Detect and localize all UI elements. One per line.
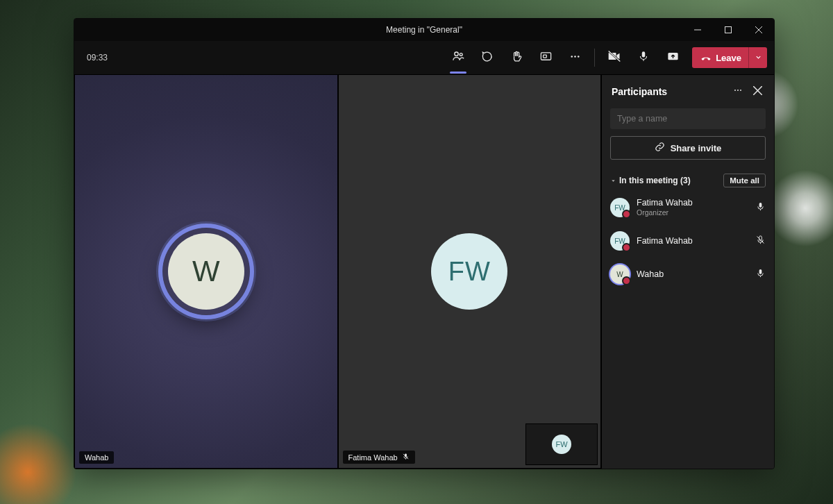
microphone-icon[interactable] <box>755 201 766 215</box>
microphone-icon <box>637 50 650 65</box>
participants-panel: Participants <box>601 75 774 469</box>
camera-button[interactable] <box>602 45 627 70</box>
mute-all-button[interactable]: Mute all <box>723 174 766 187</box>
participant-row[interactable]: FW Fatima Wahab Organizer <box>610 194 766 221</box>
microphone-icon[interactable] <box>755 268 766 281</box>
muted-icon <box>402 453 410 462</box>
maximize-button[interactable] <box>713 19 743 41</box>
participant-text: Wahab <box>637 269 664 280</box>
name-label: Fatima Wahab <box>348 453 398 462</box>
participant-row[interactable]: FW Fatima Wahab <box>610 228 766 254</box>
name-label: Wahab <box>85 453 108 462</box>
leave-label: Leave <box>716 53 741 63</box>
call-timer-value: 09:33 <box>87 53 108 62</box>
share-invite-button[interactable]: Share invite <box>610 136 766 160</box>
participant-row[interactable]: W Wahab <box>610 261 766 287</box>
link-icon <box>655 142 665 154</box>
microphone-button[interactable] <box>631 45 656 70</box>
panel-header: Participants <box>602 75 774 108</box>
participant-name: Fatima Wahab <box>637 236 693 246</box>
more-icon <box>569 50 582 66</box>
chat-button[interactable] <box>475 45 500 70</box>
window-controls <box>682 19 774 41</box>
meeting-toolbar: 09:33 <box>74 41 774 75</box>
raise-hand-icon <box>510 50 523 66</box>
participant-name: Wahab <box>637 269 664 280</box>
status-dot-busy <box>622 276 631 285</box>
panel-close-button[interactable] <box>748 82 767 101</box>
svg-point-12 <box>737 90 739 91</box>
meeting-window: Meeting in "General" 09:33 <box>74 18 775 469</box>
mute-all-label: Mute all <box>730 176 759 185</box>
close-icon <box>753 85 762 98</box>
share-screen-icon <box>666 50 680 66</box>
self-view[interactable]: FW <box>525 423 598 465</box>
panel-body: Share invite In this meeting (3) Mute al… <box>602 108 774 287</box>
svg-point-11 <box>734 90 736 91</box>
svg-rect-3 <box>541 52 550 59</box>
participant-text: Fatima Wahab Organizer <box>637 198 693 217</box>
section-label: In this meeting (3) <box>619 176 691 185</box>
svg-rect-14 <box>759 202 762 207</box>
call-timer[interactable]: 09:33 <box>81 41 113 74</box>
svg-point-1 <box>455 52 458 56</box>
svg-point-13 <box>740 90 741 91</box>
share-button[interactable] <box>660 45 685 70</box>
svg-rect-8 <box>642 51 646 57</box>
status-dot-busy <box>622 243 631 252</box>
minimize-button[interactable] <box>682 19 713 41</box>
participant-text: Fatima Wahab <box>637 236 693 246</box>
participant-avatar: FW <box>610 198 630 217</box>
svg-point-7 <box>578 56 580 58</box>
svg-point-6 <box>574 56 576 58</box>
toolbar-divider <box>594 49 595 67</box>
self-avatar: FW <box>552 435 571 454</box>
svg-rect-0 <box>725 27 732 33</box>
reactions-button[interactable] <box>504 45 529 70</box>
video-tile-fatima[interactable]: FW Fatima Wahab FW <box>338 75 602 469</box>
panel-title: Participants <box>612 86 667 97</box>
name-badge-wahab: Wahab <box>79 451 114 464</box>
search-input[interactable] <box>610 108 766 129</box>
share-invite-label: Share invite <box>671 143 722 153</box>
svg-point-2 <box>460 53 462 56</box>
microphone-muted-icon[interactable] <box>755 235 766 248</box>
avatar-initials: FW <box>555 440 567 448</box>
participant-avatar: W <box>610 264 630 284</box>
leave-main[interactable]: Leave <box>692 47 748 68</box>
section-in-meeting[interactable]: In this meeting (3) Mute all <box>610 167 766 187</box>
video-stage: W Wahab FW Fatima Wahab <box>74 75 601 469</box>
svg-rect-16 <box>759 269 762 274</box>
status-dot-busy <box>622 210 631 219</box>
hangup-icon <box>700 51 712 65</box>
participant-avatar: FW <box>610 231 630 251</box>
panel-more-button[interactable] <box>728 82 748 101</box>
svg-rect-4 <box>543 55 546 58</box>
chat-icon <box>481 50 494 66</box>
content-area: W Wahab FW Fatima Wahab <box>74 75 774 469</box>
window-title: Meeting in "General" <box>74 25 774 35</box>
avatar-initials: W <box>616 271 623 278</box>
more-icon <box>732 85 743 99</box>
participant-name: Fatima Wahab <box>637 198 693 208</box>
video-tile-wahab[interactable]: W Wahab <box>74 75 338 469</box>
avatar-fatima: FW <box>431 233 507 310</box>
svg-point-5 <box>571 56 573 58</box>
leave-chevron[interactable] <box>748 47 767 68</box>
participant-role: Organizer <box>637 208 693 217</box>
name-badge-fatima: Fatima Wahab <box>343 451 415 464</box>
caret-down-icon <box>610 174 616 187</box>
camera-off-icon <box>607 49 621 66</box>
rooms-button[interactable] <box>533 45 558 70</box>
chevron-down-icon <box>755 51 762 64</box>
close-button[interactable] <box>743 19 774 41</box>
rooms-icon <box>539 50 553 66</box>
titlebar: Meeting in "General" <box>74 19 774 41</box>
leave-button[interactable]: Leave <box>692 47 767 68</box>
people-icon <box>451 49 465 66</box>
more-button[interactable] <box>562 45 587 70</box>
speaking-ring <box>162 228 250 315</box>
participants-button[interactable] <box>446 45 471 70</box>
avatar-initials: FW <box>448 257 491 287</box>
